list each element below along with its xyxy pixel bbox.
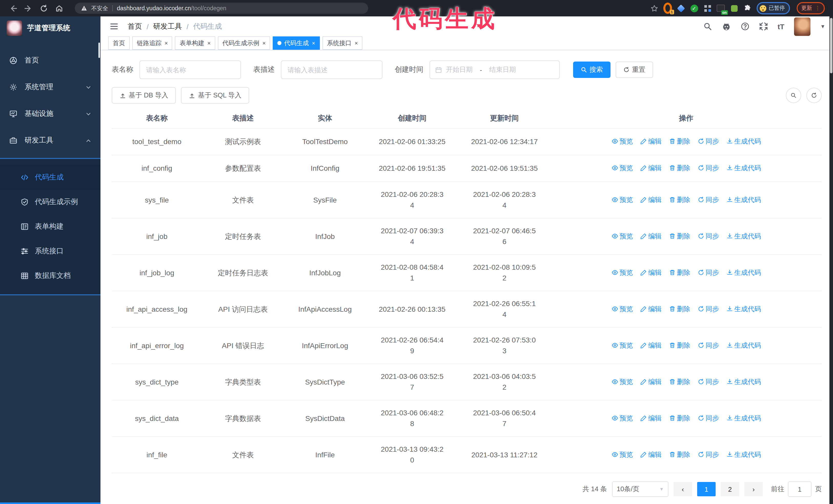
sidebar-subitem-codegen[interactable]: 代码生成 <box>0 165 100 190</box>
extension-grid-icon[interactable] <box>703 4 712 13</box>
sidebar-subitem-system-api[interactable]: 系统接口 <box>0 239 100 264</box>
action-preview-link[interactable]: 预览 <box>611 136 633 147</box>
tab-代码生成示例[interactable]: 代码生成示例× <box>218 37 270 50</box>
close-tab-icon[interactable]: × <box>207 40 211 46</box>
action-generate-code-link[interactable]: 生成代码 <box>726 136 761 147</box>
action-edit-link[interactable]: 编辑 <box>640 303 662 314</box>
tab-首页[interactable]: 首页 <box>108 37 130 50</box>
avatar-caret-icon[interactable]: ▼ <box>820 24 825 29</box>
date-range-picker[interactable]: 开始日期 - 结束日期 <box>430 61 560 79</box>
refresh-table-icon[interactable] <box>806 88 822 103</box>
action-preview-link[interactable]: 预览 <box>611 163 633 173</box>
action-preview-link[interactable]: 预览 <box>611 376 633 387</box>
bookmark-star-icon[interactable] <box>650 4 659 13</box>
forward-icon[interactable] <box>21 2 36 14</box>
search-icon[interactable] <box>703 22 712 31</box>
address-bar[interactable]: 不安全 dashboard.yudao.iocoder.cn/tool/code… <box>75 3 368 14</box>
extension-switch-icon[interactable]: on <box>716 4 725 13</box>
action-generate-code-link[interactable]: 生成代码 <box>726 194 761 205</box>
action-edit-link[interactable]: 编辑 <box>640 136 662 147</box>
sidebar-item-infra[interactable]: 基础设施 <box>0 100 100 127</box>
scrollbar-thumb[interactable] <box>830 18 832 73</box>
goto-page-input[interactable] <box>788 481 811 497</box>
action-delete-link[interactable]: 删除 <box>669 449 690 460</box>
tab-表单构建[interactable]: 表单构建× <box>175 37 215 50</box>
browser-update-button[interactable]: 更新 ⋮ <box>796 2 825 14</box>
action-preview-link[interactable]: 预览 <box>611 340 633 351</box>
action-generate-code-link[interactable]: 生成代码 <box>726 303 761 314</box>
action-edit-link[interactable]: 编辑 <box>640 267 662 278</box>
sidebar-item-devtools[interactable]: 研发工具 <box>0 127 100 154</box>
extension-donut-icon[interactable]: 1 <box>663 4 672 13</box>
action-preview-link[interactable]: 预览 <box>611 412 633 423</box>
app-logo-row[interactable]: 芋道管理系统 <box>0 17 100 40</box>
page-button-1[interactable]: 1 <box>697 482 716 496</box>
action-edit-link[interactable]: 编辑 <box>640 412 662 423</box>
hamburger-icon[interactable] <box>108 21 119 32</box>
action-sync-link[interactable]: 同步 <box>697 194 719 205</box>
action-preview-link[interactable]: 预览 <box>611 231 633 241</box>
search-button[interactable]: 搜索 <box>573 62 611 78</box>
hide-search-icon[interactable] <box>786 88 801 103</box>
action-edit-link[interactable]: 编辑 <box>640 231 662 241</box>
action-sync-link[interactable]: 同步 <box>697 267 719 278</box>
action-edit-link[interactable]: 编辑 <box>640 163 662 173</box>
action-delete-link[interactable]: 删除 <box>669 231 690 241</box>
sidebar-scrollbar-thumb[interactable] <box>98 43 100 58</box>
font-size-icon[interactable]: tT <box>778 22 784 30</box>
action-generate-code-link[interactable]: 生成代码 <box>726 267 761 278</box>
close-tab-icon[interactable]: × <box>355 40 358 46</box>
close-tab-icon[interactable]: × <box>165 40 168 46</box>
sidebar-item-home[interactable]: 首页 <box>0 47 100 74</box>
help-icon[interactable] <box>741 22 749 31</box>
window-scrollbar[interactable] <box>829 17 833 504</box>
sidebar-subitem-db-doc[interactable]: 数据库文档 <box>0 264 100 288</box>
action-sync-link[interactable]: 同步 <box>697 449 719 460</box>
close-tab-icon[interactable]: × <box>262 40 266 46</box>
page-button-2[interactable]: 2 <box>721 482 739 496</box>
action-generate-code-link[interactable]: 生成代码 <box>726 231 761 241</box>
action-sync-link[interactable]: 同步 <box>697 136 719 147</box>
action-delete-link[interactable]: 删除 <box>669 340 690 351</box>
action-delete-link[interactable]: 删除 <box>669 136 690 147</box>
back-icon[interactable] <box>5 2 21 14</box>
action-generate-code-link[interactable]: 生成代码 <box>726 449 761 460</box>
tab-链路追踪[interactable]: 链路追踪× <box>132 37 172 50</box>
action-sync-link[interactable]: 同步 <box>697 340 719 351</box>
reset-button[interactable]: 重置 <box>616 62 653 78</box>
sidebar-subitem-form-builder[interactable]: 表单构建 <box>0 214 100 239</box>
action-delete-link[interactable]: 删除 <box>669 194 690 205</box>
breadcrumb-item[interactable]: 首页 <box>128 22 142 31</box>
action-sync-link[interactable]: 同步 <box>697 412 719 423</box>
action-edit-link[interactable]: 编辑 <box>640 376 662 387</box>
action-sync-link[interactable]: 同步 <box>697 303 719 314</box>
home-icon[interactable] <box>51 2 67 14</box>
action-generate-code-link[interactable]: 生成代码 <box>726 412 761 423</box>
action-sync-link[interactable]: 同步 <box>697 163 719 173</box>
action-delete-link[interactable]: 删除 <box>669 412 690 423</box>
action-generate-code-link[interactable]: 生成代码 <box>726 376 761 387</box>
action-edit-link[interactable]: 编辑 <box>640 449 662 460</box>
action-edit-link[interactable]: 编辑 <box>640 340 662 351</box>
next-page-button[interactable]: › <box>744 482 763 496</box>
import-db-button[interactable]: 基于 DB 导入 <box>112 87 176 103</box>
avatar[interactable] <box>794 17 810 35</box>
tab-代码生成[interactable]: 代码生成× <box>273 37 320 50</box>
action-delete-link[interactable]: 删除 <box>669 376 690 387</box>
table-name-input[interactable] <box>139 61 241 79</box>
action-delete-link[interactable]: 删除 <box>669 163 690 173</box>
tab-系统接口[interactable]: 系统接口× <box>323 37 363 50</box>
fullscreen-icon[interactable] <box>759 22 768 31</box>
prev-page-button[interactable]: ‹ <box>673 482 692 496</box>
page-size-select[interactable]: 10条/页 ▼ <box>612 481 668 497</box>
action-delete-link[interactable]: 删除 <box>669 303 690 314</box>
reload-icon[interactable] <box>36 2 51 14</box>
action-preview-link[interactable]: 预览 <box>611 194 633 205</box>
github-icon[interactable] <box>722 22 731 31</box>
profile-paused-badge[interactable]: 已暂停 <box>756 2 790 14</box>
extension-bot-icon[interactable] <box>730 4 738 13</box>
sidebar-item-system[interactable]: 系统管理 <box>0 74 100 100</box>
import-sql-button[interactable]: 基于 SQL 导入 <box>181 87 249 103</box>
extension-check-icon[interactable]: ✓ <box>690 4 698 13</box>
action-preview-link[interactable]: 预览 <box>611 449 633 460</box>
